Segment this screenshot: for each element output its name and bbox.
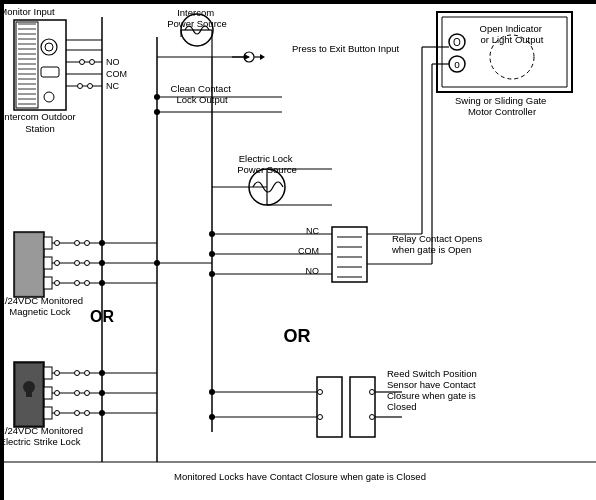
- electric-strike-label: 12/24VDC Monitored Electric Strike Lock: [2, 425, 86, 447]
- svg-rect-68: [26, 387, 32, 397]
- com-label1: COM: [106, 69, 127, 79]
- svg-point-78: [75, 391, 80, 396]
- svg-point-130: [154, 260, 160, 266]
- svg-point-62: [85, 261, 90, 266]
- svg-point-136: [99, 410, 105, 416]
- svg-point-115: [209, 389, 215, 395]
- press-exit-label: Press to Exit Button Input: [292, 43, 400, 54]
- no-label1: NO: [106, 57, 120, 67]
- nc-label1: NC: [106, 81, 119, 91]
- svg-point-21: [45, 43, 53, 51]
- svg-rect-50: [44, 237, 52, 249]
- svg-rect-22: [41, 67, 59, 77]
- svg-point-73: [55, 371, 60, 376]
- svg-rect-84: [332, 227, 367, 282]
- svg-point-61: [75, 261, 80, 266]
- svg-rect-112: [350, 377, 375, 437]
- svg-rect-71: [44, 407, 52, 419]
- relay-contact-label: Relay Contact Opens when gate is Open: [391, 233, 485, 255]
- svg-rect-111: [317, 377, 342, 437]
- electric-lock-power-label: Electric Lock Power Source: [237, 153, 297, 175]
- svg-point-134: [99, 370, 105, 376]
- or2-label: OR: [284, 326, 311, 346]
- svg-point-54: [55, 241, 60, 246]
- svg-rect-52: [44, 277, 52, 289]
- svg-rect-49: [16, 234, 42, 295]
- svg-point-83: [85, 411, 90, 416]
- svg-point-58: [55, 281, 60, 286]
- svg-point-75: [85, 371, 90, 376]
- svg-point-60: [85, 241, 90, 246]
- svg-point-82: [75, 411, 80, 416]
- svg-point-45: [154, 94, 160, 100]
- clean-contact-label: Clean Contact Lock Output: [171, 83, 234, 105]
- svg-point-77: [55, 391, 60, 396]
- svg-point-116: [209, 414, 215, 420]
- svg-point-119: [318, 390, 323, 395]
- svg-point-56: [55, 261, 60, 266]
- svg-point-121: [370, 390, 375, 395]
- svg-point-74: [75, 371, 80, 376]
- svg-text:o: o: [454, 59, 460, 70]
- svg-rect-70: [44, 387, 52, 399]
- or1-label: OR: [90, 308, 114, 325]
- svg-point-135: [99, 390, 105, 396]
- svg-point-79: [85, 391, 90, 396]
- svg-rect-69: [44, 367, 52, 379]
- svg-point-122: [370, 415, 375, 420]
- svg-point-94: [209, 251, 215, 257]
- svg-point-95: [209, 271, 215, 277]
- svg-point-126: [99, 240, 105, 246]
- svg-point-46: [154, 109, 160, 115]
- svg-point-127: [99, 260, 105, 266]
- monitor-input-label: Monitor Input: [2, 6, 55, 17]
- wiring-diagram: Monitor Input NO: [0, 0, 596, 500]
- svg-point-128: [99, 280, 105, 286]
- svg-text:O: O: [453, 37, 461, 48]
- svg-rect-1: [14, 20, 66, 110]
- monitored-locks-label: Monitored Locks have Contact Closure whe…: [174, 471, 426, 482]
- svg-point-93: [209, 231, 215, 237]
- svg-point-64: [85, 281, 90, 286]
- svg-point-59: [75, 241, 80, 246]
- svg-point-35: [90, 60, 95, 65]
- svg-point-23: [44, 92, 54, 102]
- svg-rect-51: [44, 257, 52, 269]
- svg-point-38: [78, 84, 83, 89]
- gate-motor-label: Swing or Sliding Gate Motor Controller: [455, 95, 549, 117]
- svg-point-63: [75, 281, 80, 286]
- open-indicator-label: Open Indicator or Light Output: [480, 23, 545, 45]
- svg-point-81: [55, 411, 60, 416]
- svg-point-120: [318, 415, 323, 420]
- svg-point-34: [80, 60, 85, 65]
- svg-point-39: [88, 84, 93, 89]
